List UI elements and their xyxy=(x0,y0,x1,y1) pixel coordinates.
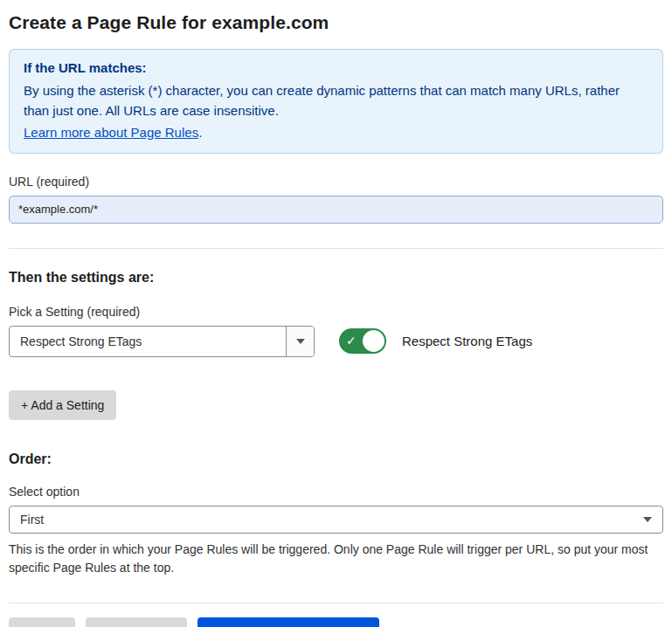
divider-top xyxy=(9,248,663,249)
etags-toggle-label: Respect Strong ETags xyxy=(402,334,532,348)
order-select-value: First xyxy=(20,513,44,527)
save-draft-button[interactable]: Save as Draft xyxy=(86,617,188,627)
order-section: Order: Select option First This is the o… xyxy=(9,451,663,578)
order-select[interactable]: First xyxy=(9,506,663,534)
setting-select-arrow-button[interactable] xyxy=(286,327,314,356)
checkmark-icon: ✓ xyxy=(346,333,357,348)
cancel-button[interactable]: Cancel xyxy=(9,617,75,627)
setting-select-value: Respect Strong ETags xyxy=(10,327,286,356)
url-field-label: URL (required) xyxy=(9,175,663,189)
order-heading: Order: xyxy=(9,451,663,467)
setting-row: Respect Strong ETags ✓ Respect Strong ET… xyxy=(9,326,663,357)
etags-toggle[interactable]: ✓ xyxy=(339,328,386,354)
settings-heading: Then the settings are: xyxy=(9,270,663,286)
url-input[interactable] xyxy=(9,196,663,224)
footer-actions: Cancel Save as Draft Save and Deploy Pag… xyxy=(9,603,663,627)
order-help-text: This is the order in which your Page Rul… xyxy=(9,541,660,578)
toggle-knob xyxy=(363,330,384,352)
setting-select[interactable]: Respect Strong ETags xyxy=(9,326,315,357)
save-deploy-button[interactable]: Save and Deploy Page Rule xyxy=(197,617,379,627)
page-title: Create a Page Rule for example.com xyxy=(9,12,663,33)
info-box-heading: If the URL matches: xyxy=(24,60,648,75)
chevron-down-icon xyxy=(296,339,305,344)
add-setting-button[interactable]: + Add a Setting xyxy=(9,390,116,420)
info-box-link-line: Learn more about Page Rules. xyxy=(24,125,648,141)
learn-more-link[interactable]: Learn more about Page Rules xyxy=(24,125,198,140)
info-box-body: By using the asterisk (*) character, you… xyxy=(24,80,648,121)
pick-setting-label: Pick a Setting (required) xyxy=(9,305,663,319)
etags-toggle-group: ✓ Respect Strong ETags xyxy=(339,328,532,354)
order-select-label: Select option xyxy=(9,485,663,499)
chevron-down-icon xyxy=(643,517,652,522)
link-suffix: . xyxy=(198,125,202,140)
page-rule-form: Create a Page Rule for example.com If th… xyxy=(0,0,672,627)
url-match-info-box: If the URL matches: By using the asteris… xyxy=(9,49,663,154)
